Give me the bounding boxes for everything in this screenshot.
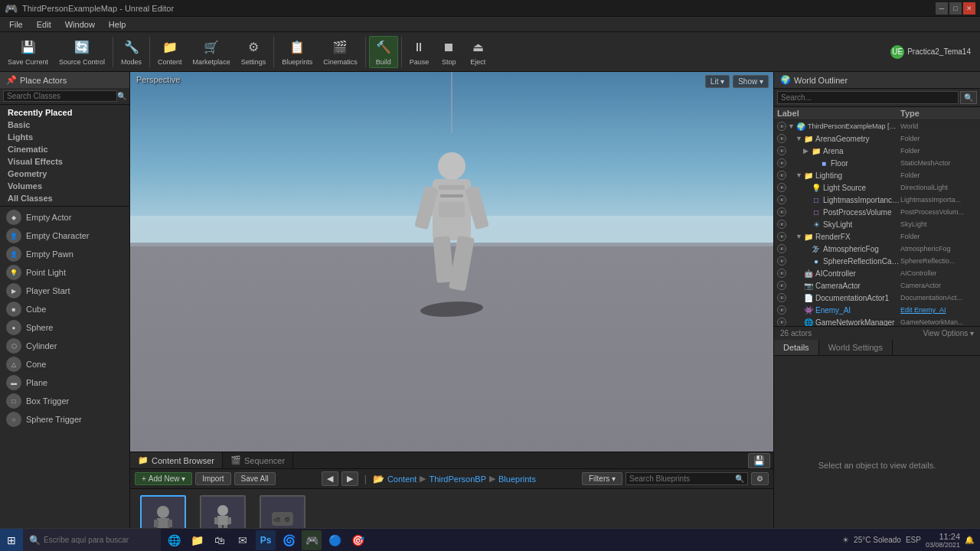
tree-item-arena[interactable]: 👁 ▶ 📁 Arena Folder <box>774 145 980 157</box>
outliner-search-button[interactable]: 🔍 <box>960 91 977 104</box>
taskbar-chrome-icon[interactable]: 🌀 <box>279 530 299 550</box>
eye-lighting[interactable]: 👁 <box>777 171 786 180</box>
source-control-button[interactable]: 🔄 Source Control <box>54 37 109 67</box>
save-all-button[interactable]: Save All <box>234 472 276 485</box>
eye-documentation[interactable]: 👁 <box>777 293 786 302</box>
import-button[interactable]: Import <box>195 472 230 485</box>
tree-item-atmos-fog[interactable]: 👁 🌫 AtmosphericFog AtmosphericFog <box>774 243 980 255</box>
settings-button[interactable]: ⚙ Settings <box>237 37 271 67</box>
actor-player-start[interactable]: ▶ Player Start <box>0 282 129 300</box>
save-current-button[interactable]: 💾 Save Current <box>3 37 53 67</box>
content-button[interactable]: 📁 Content <box>153 37 187 67</box>
actor-cube[interactable]: ■ Cube <box>0 300 129 318</box>
outliner-search-input[interactable] <box>777 91 959 104</box>
eye-atmos-fog[interactable]: 👁 <box>777 244 786 253</box>
category-cinematic[interactable]: Cinematic <box>0 143 129 155</box>
tree-item-camera-actor[interactable]: 👁 📷 CameraActor CameraActor <box>774 279 980 292</box>
tab-details[interactable]: Details <box>774 340 819 355</box>
taskbar-search-input[interactable] <box>44 536 143 544</box>
taskbar-explorer-icon[interactable]: 📁 <box>187 530 207 550</box>
category-volumes[interactable]: Volumes <box>0 180 129 192</box>
tree-item-render-fx[interactable]: 👁 ▼ 📁 RenderFX Folder <box>774 230 980 243</box>
actor-empty-pawn[interactable]: 👤 Empty Pawn <box>0 245 129 263</box>
actor-point-light[interactable]: 💡 Point Light <box>0 263 129 282</box>
blueprints-button[interactable]: 📋 Blueprints <box>277 37 317 67</box>
tree-item-ai-controller[interactable]: 👁 🤖 AIController AIController <box>774 267 980 279</box>
maximize-button[interactable]: □ <box>949 2 962 15</box>
actor-cylinder[interactable]: ⬡ Cylinder <box>0 337 129 355</box>
add-new-button[interactable]: + Add New ▾ <box>135 472 192 485</box>
category-recently-placed[interactable]: Recently Placed <box>0 106 129 119</box>
tree-item-light-source[interactable]: 👁 💡 Light Source DirectionalLight <box>774 181 980 194</box>
taskbar-photoshop-icon[interactable]: Ps <box>256 530 276 550</box>
tree-item-game-network[interactable]: 👁 🌐 GameNetworkManager GameNetworkMan... <box>774 316 980 326</box>
tree-item-documentation[interactable]: 👁 📄 DocumentationActor1 DocumentationAct… <box>774 292 980 304</box>
taskbar-mail-icon[interactable]: ✉ <box>233 530 253 550</box>
eye-render-fx[interactable]: 👁 <box>777 232 786 241</box>
category-lights[interactable]: Lights <box>0 131 129 143</box>
tree-item-arena-geometry[interactable]: 👁 ▼ 📁 ArenaGeometry Folder <box>774 132 980 145</box>
taskbar-store-icon[interactable]: 🛍 <box>210 530 230 550</box>
eye-game-network[interactable]: 👁 <box>777 318 786 326</box>
eye-camera-actor[interactable]: 👁 <box>777 281 786 290</box>
category-visual-effects[interactable]: Visual Effects <box>0 155 129 168</box>
minimize-button[interactable]: ─ <box>936 2 948 15</box>
menu-window[interactable]: Window <box>59 18 101 31</box>
close-button[interactable]: ✕ <box>963 2 975 15</box>
content-search-input[interactable] <box>629 474 735 483</box>
tree-item-skylight[interactable]: 👁 ☀ SkyLight SkyLight <box>774 218 980 230</box>
content-settings-button[interactable]: ⚙ <box>751 472 769 485</box>
eye-ai-controller[interactable]: 👁 <box>777 269 786 278</box>
taskbar-ie-icon[interactable]: 🌐 <box>164 530 184 550</box>
view-options-outliner-button[interactable]: View Options ▾ <box>923 329 974 337</box>
actor-cone[interactable]: △ Cone <box>0 355 129 373</box>
taskbar-ue-launcher-icon[interactable]: 🎯 <box>348 530 368 550</box>
eject-button[interactable]: ⏏ Eject <box>464 37 492 67</box>
marketplace-button[interactable]: 🛒 Marketplace <box>188 37 235 67</box>
build-button[interactable]: 🔨 Build <box>369 36 398 68</box>
nav-back-button[interactable]: ◀ <box>322 471 338 486</box>
modes-button[interactable]: 🔧 Modes <box>116 37 146 67</box>
notification-icon[interactable]: 🔔 <box>965 536 974 544</box>
eye-enemy-ai[interactable]: 👁 <box>777 305 786 315</box>
eye-arena-geometry[interactable]: 👁 <box>777 134 786 143</box>
actor-empty-actor[interactable]: ◆ Empty Actor <box>0 208 129 227</box>
eye-light-source[interactable]: 👁 <box>777 183 786 192</box>
tab-world-settings[interactable]: World Settings <box>819 340 893 355</box>
actor-search-input[interactable] <box>3 90 117 102</box>
start-button[interactable]: ⊞ <box>0 529 23 552</box>
menu-edit[interactable]: Edit <box>31 18 57 31</box>
cinematics-button[interactable]: 🎬 Cinematics <box>318 37 362 67</box>
actor-plane[interactable]: ▬ Plane <box>0 373 129 392</box>
eye-post-process[interactable]: 👁 <box>777 207 786 217</box>
taskbar-ue4-icon[interactable]: 🎮 <box>302 530 322 550</box>
viewport-show-menu[interactable]: Show ▾ <box>733 75 769 88</box>
category-all-classes[interactable]: All Classes <box>0 192 129 204</box>
eye-skylight[interactable]: 👁 <box>777 220 786 229</box>
viewport[interactable]: Perspective Lit ▾ Show ▾ <box>130 72 773 452</box>
tab-sequencer[interactable]: 🎬 Sequencer <box>223 452 293 468</box>
nav-forward-button[interactable]: ▶ <box>341 471 358 486</box>
category-geometry[interactable]: Geometry <box>0 168 129 180</box>
category-basic[interactable]: Basic <box>0 119 129 131</box>
taskbar-misc-icon[interactable]: 🔵 <box>325 530 345 550</box>
eye-map[interactable]: 👁 <box>777 122 786 131</box>
stop-button[interactable]: ⏹ Stop <box>435 37 462 67</box>
tree-item-lightmass[interactable]: 👁 □ LightmassImportanceVolume LightmassI… <box>774 194 980 206</box>
tree-item-post-process[interactable]: 👁 □ PostProcessVolume PostProcessVolum..… <box>774 206 980 218</box>
breadcrumb-thirdpersonbp[interactable]: ThirdPersonBP <box>429 474 486 484</box>
tree-item-map[interactable]: 👁 ▼ 🌍 ThirdPersonExampleMap [Play in Edi… <box>774 120 980 132</box>
actor-sphere[interactable]: ● Sphere <box>0 318 129 337</box>
tree-item-enemy-ai[interactable]: 👁 👾 Enemy_AI Edit Enemy_AI <box>774 304 980 316</box>
menu-file[interactable]: File <box>3 18 29 31</box>
actor-sphere-trigger[interactable]: ○ Sphere Trigger <box>0 410 129 429</box>
save-to-disk-button[interactable]: 💾 <box>748 453 770 468</box>
eye-lightmass[interactable]: 👁 <box>777 195 786 204</box>
pause-button[interactable]: ⏸ Pause <box>405 37 434 67</box>
breadcrumb-content[interactable]: Content <box>387 474 417 484</box>
tab-content-browser[interactable]: 📁 Content Browser <box>130 452 223 468</box>
eye-arena[interactable]: 👁 <box>777 146 786 155</box>
eye-sphere-reflect[interactable]: 👁 <box>777 256 786 266</box>
menu-help[interactable]: Help <box>103 18 132 31</box>
tree-item-lighting[interactable]: 👁 ▼ 📁 Lighting Folder <box>774 169 980 181</box>
